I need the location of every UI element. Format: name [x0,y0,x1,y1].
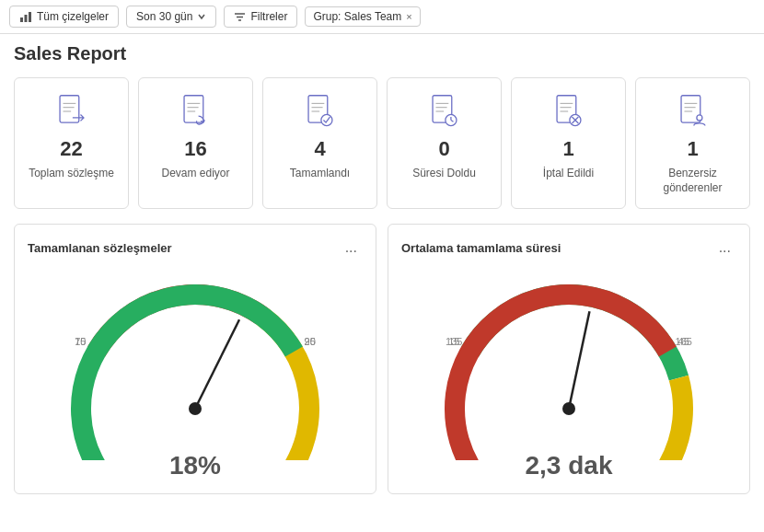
chart-header-2: Ortalama tamamlama süresi ... [401,237,736,258]
chevron-down-icon [197,12,206,21]
document-check-icon [300,91,341,132]
stat-number-ongoing: 16 [184,137,206,161]
stat-number-cancelled: 1 [562,137,573,161]
charts-row: Tamamlanan sözleşmeler ... 18% Ortalama … [14,224,750,494]
all-charts-label: Tüm çizelgeler [37,10,109,23]
document-refresh-icon [176,91,216,132]
gauge-1-value: 18% [169,451,221,480]
date-range-button[interactable]: Son 30 gün [126,6,216,28]
stat-label-total: Toplam sözleşme [29,167,114,181]
all-charts-button[interactable]: Tüm çizelgeler [9,6,119,28]
gauge-2-canvas [422,276,716,460]
stat-card-completed: 4 Tamamlandı [262,77,377,209]
stat-number-expired: 0 [438,137,449,161]
stat-card-ongoing: 16 Devam ediyor [138,77,253,209]
document-send-icon [52,91,92,132]
svg-rect-1 [25,15,28,22]
svg-point-37 [696,115,701,121]
svg-rect-0 [20,17,23,22]
stat-number-completed: 4 [314,137,325,161]
svg-rect-2 [29,12,31,22]
stat-card-expired: 0 Süresi Doldu [387,77,502,209]
group-filter-tag: Grup: Sales Team × [305,6,420,27]
svg-rect-10 [184,96,203,122]
chart-title-time: Ortalama tamamlama süresi [401,241,561,255]
chart-menu-button-1[interactable]: ... [340,237,363,258]
document-cancel-icon [549,91,589,132]
gauge-2-value: 2,3 dak [526,451,613,480]
gauge-2-container: 2,3 dak [401,267,736,480]
gauge-1-container: 18% [28,267,363,480]
chart-card-time: Ortalama tamamlama süresi ... 2,3 dak [388,224,750,494]
chart-menu-button-2[interactable]: ... [713,237,736,258]
svg-rect-6 [60,96,79,122]
filter-icon [234,11,246,23]
document-clock-icon [424,91,465,132]
stat-cards-grid: 22 Toplam sözleşme 16 Devam ediyor [14,77,750,209]
document-person-icon [673,91,713,132]
page-content: Sales Report 22 Toplam sözleşme [0,34,764,503]
stat-label-expired: Süresi Doldu [412,167,476,181]
gauge-1-canvas [48,276,342,460]
stat-label-ongoing: Devam ediyor [161,167,229,181]
svg-point-18 [320,114,331,125]
stat-label-cancelled: İptal Edildi [543,167,594,181]
chart-card-completed: Tamamlanan sözleşmeler ... 18% [14,224,376,494]
page-title: Sales Report [14,43,750,64]
chart-title-completed: Tamamlanan sözleşmeler [28,241,172,255]
stat-label-completed: Tamamlandı [290,167,350,181]
stat-card-cancelled: 1 İptal Edildi [511,77,626,209]
filters-button[interactable]: Filtreler [224,6,297,28]
filters-label: Filtreler [250,10,287,23]
stat-card-unique: 1 Benzersiz gönderenler [635,77,750,209]
stat-number-total: 22 [60,137,82,161]
chart-icon [19,10,32,23]
stat-card-total: 22 Toplam sözleşme [14,77,129,209]
stat-label-unique: Benzersiz gönderenler [645,167,740,195]
remove-filter-button[interactable]: × [406,11,411,22]
group-tag-label: Grup: Sales Team [313,10,401,23]
toolbar: Tüm çizelgeler Son 30 gün Filtreler Grup… [0,0,764,34]
date-range-label: Son 30 gün [136,10,192,23]
stat-number-unique: 1 [687,137,698,161]
chart-header-1: Tamamlanan sözleşmeler ... [28,237,363,258]
